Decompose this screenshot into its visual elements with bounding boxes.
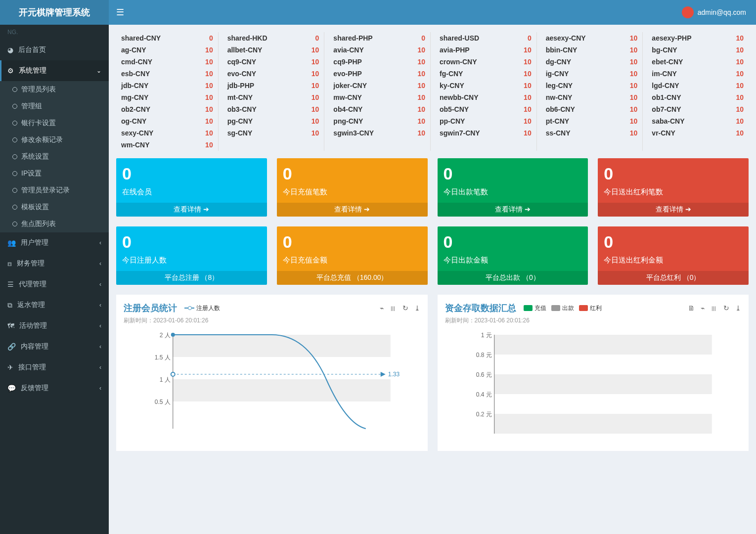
game-row: ig-CNY10 — [546, 68, 638, 80]
tool-refresh-icon[interactable]: ↻ — [723, 304, 729, 312]
tool-download-icon[interactable]: ⤓ — [414, 304, 420, 312]
chevron-icon: ⌄ — [96, 67, 101, 74]
sub-nav-item[interactable]: 管理员列表 — [0, 81, 109, 98]
game-row: joker-CNY10 — [333, 80, 425, 91]
stat-num: 0 — [283, 232, 422, 252]
game-row: evo-PHP10 — [333, 68, 425, 80]
stat-footer[interactable]: 平台总充值 （160.00） — [277, 271, 428, 285]
sub-nav-item[interactable]: 修改余额记录 — [0, 132, 109, 148]
game-row: ss-CNY10 — [546, 127, 638, 139]
legend-item[interactable]: 充值 — [524, 304, 546, 312]
legend-item[interactable]: 红利 — [579, 304, 602, 312]
tool-line-icon[interactable]: ⌁ — [380, 304, 384, 312]
chevron-icon: ‹ — [99, 364, 101, 371]
sub-nav-item[interactable]: 银行卡设置 — [0, 115, 109, 132]
stat-label: 在线会员 — [122, 187, 261, 197]
nav-gear[interactable]: ⚙系统管理⌄ — [0, 60, 109, 81]
sub-nav-item[interactable]: 管理员登录记录 — [0, 182, 109, 199]
game-row: evo-CNY10 — [227, 68, 319, 80]
chevron-icon: ‹ — [99, 322, 101, 329]
svg-text:1 人: 1 人 — [160, 376, 171, 383]
sub-nav-item[interactable]: 管理组 — [0, 98, 109, 115]
stat-box: 0今日送出红利笔数查看详情 ➔ — [598, 158, 749, 217]
nav-money[interactable]: ⧈财务管理‹ — [0, 253, 109, 274]
stat-footer[interactable]: 平台总红利 （0） — [598, 271, 749, 285]
tool-bar-icon[interactable]: ⫼ — [711, 304, 717, 312]
tool-data-icon[interactable]: 🗎 — [688, 304, 695, 312]
chevron-icon: ‹ — [99, 281, 101, 288]
sub-nav-item[interactable]: 焦点图列表 — [0, 216, 109, 232]
game-row: sexy-CNY10 — [121, 127, 213, 139]
game-row: mw-CNY10 — [333, 91, 425, 103]
game-row: im-CNY10 — [652, 68, 744, 80]
chart-tools: 🗎 ⌁ ⫼ ↻ ⤓ — [688, 304, 741, 312]
header: 开元棋牌管理系统 ☰ admin@qq.com — [0, 0, 756, 25]
stat-footer[interactable]: 平台总注册 （8） — [116, 271, 267, 285]
user-menu[interactable]: admin@qq.com — [682, 6, 756, 18]
game-grid: shared-CNY0ag-CNY10cmd-CNY10esb-CNY10jdb… — [116, 32, 749, 151]
menu-toggle-icon[interactable]: ☰ — [109, 7, 132, 18]
stat-num: 0 — [444, 232, 582, 252]
game-row: nw-CNY10 — [546, 91, 638, 103]
game-row: vr-CNY10 — [652, 127, 744, 139]
chevron-icon: ‹ — [99, 260, 101, 267]
arrow-icon: ➔ — [364, 205, 370, 213]
game-row: pp-CNY10 — [440, 115, 532, 127]
chart-title: 资金存取数据汇总 — [445, 302, 516, 314]
game-row: cq9-CNY10 — [227, 56, 319, 68]
users-icon: 👥 — [7, 239, 16, 247]
stat-label: 今日充值金额 — [283, 256, 422, 265]
legend-swatch — [524, 305, 533, 311]
game-row: shared-HKD0 — [227, 32, 319, 44]
game-row: ob1-CNY10 — [652, 91, 744, 103]
game-row: ob5-CNY10 — [440, 103, 532, 115]
nav-comment[interactable]: 💬反馈管理‹ — [0, 378, 109, 399]
svg-rect-14 — [494, 374, 712, 394]
sub-nav-item[interactable]: 模板设置 — [0, 199, 109, 216]
nav-map[interactable]: 🗺活动管理‹ — [0, 315, 109, 336]
stat-footer[interactable]: 查看详情 ➔ — [438, 203, 588, 217]
stat-footer[interactable]: 查看详情 ➔ — [277, 203, 428, 217]
chart-refresh: 刷新时间：2023-01-06 20:01:26 — [124, 316, 420, 325]
nav-users[interactable]: 👥用户管理‹ — [0, 232, 109, 253]
stat-num: 0 — [122, 164, 261, 183]
game-row: crown-CNY10 — [440, 56, 532, 68]
nav-send[interactable]: ✈接口管理‹ — [0, 357, 109, 378]
legend-swatch — [551, 305, 560, 311]
game-row: saba-CNY10 — [652, 115, 744, 127]
avatar — [682, 6, 694, 18]
circle-icon — [12, 222, 17, 226]
nav-list[interactable]: ☰代理管理‹ — [0, 274, 109, 295]
sub-nav-item[interactable]: 系统设置 — [0, 148, 109, 165]
game-row: ob6-CNY10 — [546, 103, 638, 115]
nav-dashboard[interactable]: ◕后台首页 — [0, 40, 109, 60]
stat-box: 0今日充值金额平台总充值 （160.00） — [277, 226, 428, 285]
game-row: shared-PHP0 — [333, 32, 425, 44]
legend-item[interactable]: 出款 — [551, 304, 574, 312]
ng-label: NG. — [0, 25, 109, 40]
game-row: shared-USD0 — [440, 32, 532, 44]
chart-funds: 资金存取数据汇总 充值出款红利 🗎 ⌁ ⫼ ↻ ⤓ 刷新时间：2023-01-0… — [438, 295, 749, 451]
game-row: fg-CNY10 — [440, 68, 532, 80]
svg-point-7 — [171, 333, 175, 337]
tool-refresh-icon[interactable]: ↻ — [402, 304, 408, 312]
chart-legend: 充值出款红利 — [524, 304, 602, 312]
stat-label: 今日充值笔数 — [283, 187, 422, 197]
circle-icon — [12, 205, 17, 210]
logo[interactable]: 开元棋牌管理系统 — [0, 0, 109, 25]
stat-footer[interactable]: 平台总出款 （0） — [438, 271, 588, 285]
chart-legend: 注册人数 — [184, 304, 220, 312]
tool-bar-icon[interactable]: ⫼ — [390, 304, 397, 312]
stat-footer[interactable]: 查看详情 ➔ — [116, 203, 267, 217]
tool-line-icon[interactable]: ⌁ — [701, 304, 705, 312]
game-row: lgd-CNY10 — [652, 80, 744, 91]
sub-nav-item[interactable]: IP设置 — [0, 165, 109, 182]
stat-footer[interactable]: 查看详情 ➔ — [598, 203, 749, 217]
nav-link[interactable]: ⧉返水管理‹ — [0, 295, 109, 315]
nav-chain[interactable]: 🔗内容管理‹ — [0, 336, 109, 357]
game-row: ob7-CNY10 — [652, 103, 744, 115]
circle-icon — [12, 171, 17, 176]
game-row: allbet-CNY10 — [227, 44, 319, 56]
tool-download-icon[interactable]: ⤓ — [735, 304, 741, 312]
game-row: ob3-CNY10 — [227, 103, 319, 115]
